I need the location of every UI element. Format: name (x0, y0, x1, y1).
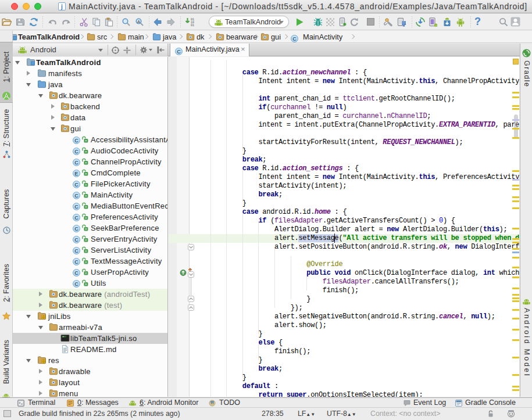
svg-text:A: A (137, 19, 140, 24)
svg-text:01: 01 (191, 24, 194, 27)
